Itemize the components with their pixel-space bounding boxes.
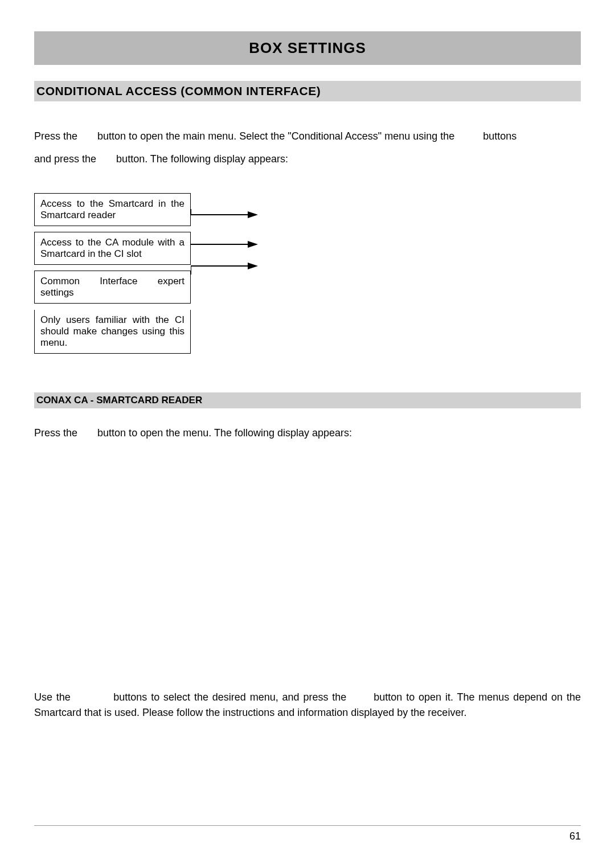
page-title-text: BOX SETTINGS (249, 39, 366, 56)
arrow-icon (191, 260, 259, 277)
section-heading: CONDITIONAL ACCESS (COMMON INTERFACE) (34, 81, 581, 101)
svg-marker-7 (248, 263, 258, 269)
callout-box-expert-settings: Common Interface expert settings (34, 271, 191, 304)
intro-text-1b: button to open the main menu. Select the… (97, 130, 457, 142)
page-footer: 61 (34, 825, 581, 842)
callout-2-text: Access to the CA module with a Smartcard… (40, 237, 184, 259)
button-placeholder-icon (80, 427, 95, 439)
section-heading-text: CONDITIONAL ACCESS (COMMON INTERFACE) (36, 84, 321, 97)
button-placeholder-icon (457, 130, 480, 142)
lower-text-b: buttons to select the desired menu, and … (113, 691, 350, 703)
intro-paragraph: Press the button to open the main menu. … (34, 125, 581, 170)
subsection-intro: Press the button to open the menu. The f… (34, 422, 581, 445)
callout-box-ca-module: Access to the CA module with a Smartcard… (34, 232, 191, 265)
callout-1-text: Access to the Smartcard in the Smartcard… (40, 198, 184, 220)
subsection-heading-text: CONAX CA - SMARTCARD READER (36, 395, 202, 406)
sub-text-b: button to open the menu. The following d… (97, 427, 352, 439)
callout-4-text: Only users familiar with the CI should m… (40, 314, 184, 348)
sub-text-a: Press the (34, 427, 80, 439)
svg-marker-2 (248, 211, 258, 218)
intro-text-2b: button. The following display appears: (116, 153, 288, 165)
lower-paragraph: Use the buttons to select the desired me… (34, 690, 581, 720)
intro-text-1a: Press the (34, 130, 80, 142)
arrow-icon (191, 239, 259, 250)
button-placeholder-icon (75, 691, 110, 703)
lower-text-a: Use the (34, 691, 75, 703)
callout-box-smartcard-reader: Access to the Smartcard in the Smartcard… (34, 193, 191, 226)
intro-text-2a: and press the (34, 153, 99, 165)
callout-3-text: Common Interface expert settings (40, 276, 184, 298)
arrow-icon (191, 209, 259, 220)
subsection-heading: CONAX CA - SMARTCARD READER (34, 392, 581, 408)
callout-diagram: Access to the Smartcard in the Smartcard… (34, 193, 581, 358)
button-placeholder-icon (99, 153, 113, 165)
button-placeholder-icon (80, 130, 95, 142)
callout-box-warning: Only users familiar with the CI should m… (34, 310, 191, 354)
page-number: 61 (569, 830, 581, 842)
page-title-banner: BOX SETTINGS (34, 31, 581, 65)
button-placeholder-icon (350, 691, 370, 703)
svg-marker-4 (248, 241, 258, 248)
intro-text-1c: buttons (483, 130, 516, 142)
